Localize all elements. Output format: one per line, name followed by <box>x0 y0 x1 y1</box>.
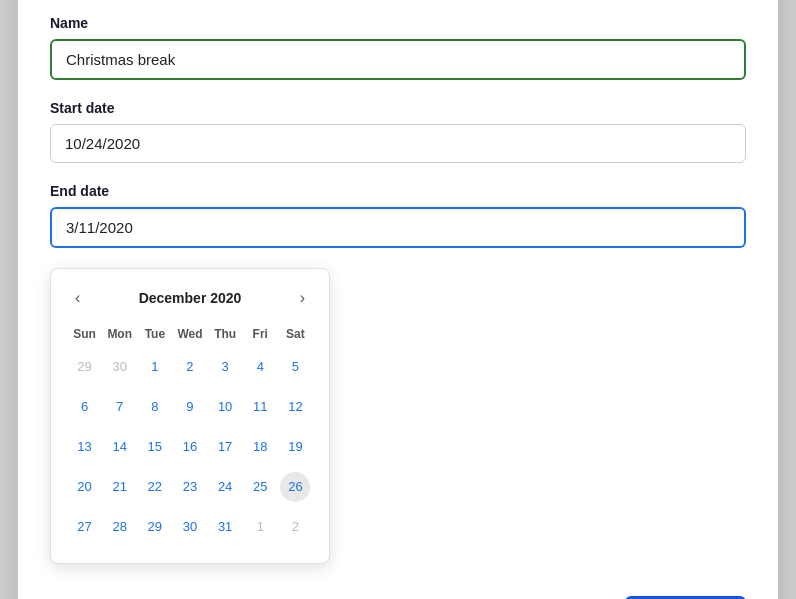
calendar-cell: 30 <box>102 347 137 387</box>
calendar-cell: 2 <box>172 347 207 387</box>
calendar-cell: 15 <box>137 427 172 467</box>
calendar-day[interactable]: 30 <box>175 512 205 542</box>
calendar-day[interactable]: 15 <box>140 432 170 462</box>
calendar-day[interactable]: 2 <box>175 352 205 382</box>
calendar-cell: 10 <box>208 387 243 427</box>
calendar-prev-button[interactable]: ‹ <box>67 285 88 311</box>
calendar-month-label: December 2020 <box>139 290 242 306</box>
cal-header-mon: Mon <box>102 323 137 347</box>
calendar-cell: 30 <box>172 507 207 547</box>
calendar-day[interactable]: 18 <box>245 432 275 462</box>
calendar-cell: 20 <box>67 467 102 507</box>
cal-header-tue: Tue <box>137 323 172 347</box>
calendar-popup: ‹ December 2020 › Sun Mon Tue Wed Thu Fr… <box>50 268 330 564</box>
calendar-cell: 16 <box>172 427 207 467</box>
calendar-day[interactable]: 9 <box>175 392 205 422</box>
start-date-label: Start date <box>50 100 746 116</box>
calendar-day[interactable]: 4 <box>245 352 275 382</box>
calendar-day[interactable]: 13 <box>70 432 100 462</box>
calendar-day[interactable]: 1 <box>140 352 170 382</box>
calendar-next-button[interactable]: › <box>292 285 313 311</box>
confirm-button[interactable]: Confirm <box>625 596 747 600</box>
end-date-input[interactable] <box>50 207 746 248</box>
calendar-day[interactable]: 23 <box>175 472 205 502</box>
calendar-day[interactable]: 22 <box>140 472 170 502</box>
calendar-cell: 13 <box>67 427 102 467</box>
calendar-day[interactable]: 17 <box>210 432 240 462</box>
calendar-cell: 12 <box>278 387 313 427</box>
end-date-field-group: End date <box>50 183 746 248</box>
modal-overlay: New holiday × Name Start date End date ‹… <box>0 0 796 599</box>
calendar-day[interactable]: 5 <box>280 352 310 382</box>
name-field-group: Name <box>50 15 746 80</box>
calendar-week-row: 272829303112 <box>67 507 313 547</box>
modal-dialog: New holiday × Name Start date End date ‹… <box>18 0 778 599</box>
calendar-day[interactable]: 26 <box>280 472 310 502</box>
calendar-day[interactable]: 20 <box>70 472 100 502</box>
calendar-day[interactable]: 29 <box>140 512 170 542</box>
calendar-day[interactable]: 12 <box>280 392 310 422</box>
calendar-week-row: 293012345 <box>67 347 313 387</box>
calendar-cell: 1 <box>137 347 172 387</box>
calendar-day: 1 <box>245 512 275 542</box>
calendar-day[interactable]: 21 <box>105 472 135 502</box>
calendar-day[interactable]: 25 <box>245 472 275 502</box>
calendar-cell: 26 <box>278 467 313 507</box>
calendar-cell: 17 <box>208 427 243 467</box>
calendar-day[interactable]: 24 <box>210 472 240 502</box>
calendar-cell: 14 <box>102 427 137 467</box>
calendar-cell: 19 <box>278 427 313 467</box>
calendar-week-row: 20212223242526 <box>67 467 313 507</box>
calendar-cell: 31 <box>208 507 243 547</box>
calendar-cell: 11 <box>243 387 278 427</box>
calendar-cell: 9 <box>172 387 207 427</box>
calendar-day[interactable]: 14 <box>105 432 135 462</box>
start-date-input[interactable] <box>50 124 746 163</box>
calendar-cell: 25 <box>243 467 278 507</box>
calendar-day: 2 <box>280 512 310 542</box>
calendar-cell: 5 <box>278 347 313 387</box>
calendar-day[interactable]: 3 <box>210 352 240 382</box>
calendar-cell: 3 <box>208 347 243 387</box>
calendar-header: ‹ December 2020 › <box>67 285 313 311</box>
calendar-day[interactable]: 19 <box>280 432 310 462</box>
calendar-cell: 2 <box>278 507 313 547</box>
calendar-day-headers: Sun Mon Tue Wed Thu Fri Sat <box>67 323 313 347</box>
calendar-day[interactable]: 7 <box>105 392 135 422</box>
calendar-cell: 24 <box>208 467 243 507</box>
calendar-day[interactable]: 8 <box>140 392 170 422</box>
calendar-cell: 6 <box>67 387 102 427</box>
cal-header-sat: Sat <box>278 323 313 347</box>
calendar-day[interactable]: 16 <box>175 432 205 462</box>
calendar-grid: Sun Mon Tue Wed Thu Fri Sat 293012345678… <box>67 323 313 547</box>
modal-footer: Cancel Confirm <box>50 596 746 600</box>
calendar-cell: 22 <box>137 467 172 507</box>
calendar-day: 30 <box>105 352 135 382</box>
calendar-cell: 8 <box>137 387 172 427</box>
calendar-cell: 1 <box>243 507 278 547</box>
calendar-day[interactable]: 31 <box>210 512 240 542</box>
calendar-day[interactable]: 28 <box>105 512 135 542</box>
end-date-label: End date <box>50 183 746 199</box>
cal-header-thu: Thu <box>208 323 243 347</box>
name-label: Name <box>50 15 746 31</box>
calendar-cell: 29 <box>67 347 102 387</box>
name-input[interactable] <box>50 39 746 80</box>
calendar-day[interactable]: 10 <box>210 392 240 422</box>
calendar-week-row: 13141516171819 <box>67 427 313 467</box>
calendar-cell: 7 <box>102 387 137 427</box>
calendar-cell: 21 <box>102 467 137 507</box>
calendar-cell: 23 <box>172 467 207 507</box>
calendar-day[interactable]: 27 <box>70 512 100 542</box>
calendar-cell: 4 <box>243 347 278 387</box>
start-date-field-group: Start date <box>50 100 746 163</box>
calendar-cell: 28 <box>102 507 137 547</box>
cal-header-sun: Sun <box>67 323 102 347</box>
calendar-day[interactable]: 6 <box>70 392 100 422</box>
calendar-cell: 27 <box>67 507 102 547</box>
calendar-day[interactable]: 11 <box>245 392 275 422</box>
cal-header-wed: Wed <box>172 323 207 347</box>
calendar-day: 29 <box>70 352 100 382</box>
cal-header-fri: Fri <box>243 323 278 347</box>
calendar-cell: 29 <box>137 507 172 547</box>
